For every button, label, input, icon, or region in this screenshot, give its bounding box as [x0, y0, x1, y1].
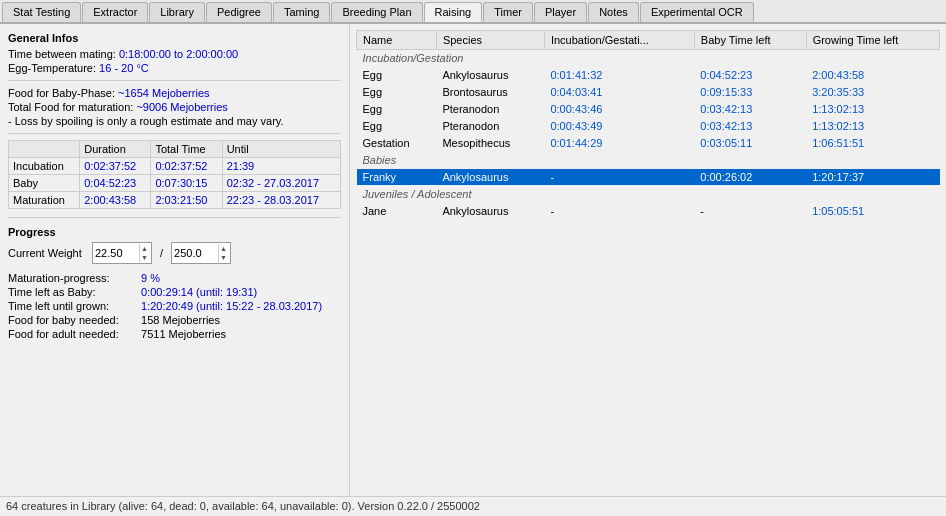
raising-row[interactable]: EggAnkylosaurus0:01:41:320:04:52:232:00:… — [357, 67, 940, 84]
tab-player[interactable]: Player — [534, 2, 587, 22]
raising-row[interactable]: EggPteranodon0:00:43:490:03:42:131:13:02… — [357, 118, 940, 135]
weight-max-input[interactable] — [174, 247, 218, 259]
weight-max-down-arrow[interactable]: ▼ — [219, 253, 228, 262]
tab-bar: Stat TestingExtractorLibraryPedigreeTami… — [0, 0, 946, 24]
progress-section: Progress Current Weight ▲ ▼ / ▲ ▼ — [8, 226, 341, 340]
raising-section-header: Juveniles / Adolescent — [357, 186, 940, 203]
raising-section-header: Babies — [357, 152, 940, 169]
progress-title: Progress — [8, 226, 341, 238]
duration-row: Maturation2:00:43:582:03:21:5022:23 - 28… — [9, 192, 341, 209]
tab-library[interactable]: Library — [149, 2, 205, 22]
weight-max-up-arrow[interactable]: ▲ — [219, 244, 228, 253]
stats-block: Maturation-progress: 9 % Time left as Ba… — [8, 272, 341, 340]
egg-temp: Egg-Temperature: 16 - 20 °C — [8, 62, 341, 74]
tab-breeding-plan[interactable]: Breeding Plan — [331, 2, 422, 22]
duration-row: Incubation0:02:37:520:02:37:5221:39 — [9, 158, 341, 175]
general-infos-title: General Infos — [8, 32, 341, 44]
food-baby-need: Food for baby needed: 158 Mejoberries — [8, 314, 341, 326]
tab-stat-testing[interactable]: Stat Testing — [2, 2, 81, 22]
raising-row[interactable]: FrankyAnkylosaurus-0:00:26:021:20:17:37 — [357, 169, 940, 186]
tab-timer[interactable]: Timer — [483, 2, 533, 22]
left-panel: General Infos Time between mating: 0:18:… — [0, 24, 350, 496]
status-bar: 64 creatures in Library (alive: 64, dead… — [0, 496, 946, 516]
duration-table: DurationTotal TimeUntil Incubation0:02:3… — [8, 140, 341, 209]
raising-row[interactable]: GestationMesopithecus0:01:44:290:03:05:1… — [357, 135, 940, 152]
time-baby: Time left as Baby: 0:00:29:14 (until: 19… — [8, 286, 341, 298]
weight-spinbox[interactable]: ▲ ▼ — [92, 242, 152, 264]
maturation-progress: Maturation-progress: 9 % — [8, 272, 341, 284]
raising-row[interactable]: EggPteranodon0:00:43:460:03:42:131:13:02… — [357, 101, 940, 118]
tab-extractor[interactable]: Extractor — [82, 2, 148, 22]
raising-table: NameSpeciesIncubation/Gestati...Baby Tim… — [356, 30, 940, 220]
raising-section-header: Incubation/Gestation — [357, 50, 940, 67]
tab-taming[interactable]: Taming — [273, 2, 330, 22]
weight-down-arrow[interactable]: ▼ — [140, 253, 149, 262]
time-grown: Time left until grown: 1:20:20:49 (until… — [8, 300, 341, 312]
food-total: Total Food for maturation: ~9006 Mejober… — [8, 101, 341, 113]
raising-row[interactable]: EggBrontosaurus0:04:03:410:09:15:333:20:… — [357, 84, 940, 101]
food-note: - Loss by spoiling is only a rough estim… — [8, 115, 341, 127]
weight-label: Current Weight — [8, 247, 88, 259]
mating-time: Time between mating: 0:18:00:00 to 2:00:… — [8, 48, 341, 60]
tab-experimental-ocr[interactable]: Experimental OCR — [640, 2, 754, 22]
tab-pedigree[interactable]: Pedigree — [206, 2, 272, 22]
weight-input[interactable] — [95, 247, 139, 259]
duration-row: Baby0:04:52:230:07:30:1502:32 - 27.03.20… — [9, 175, 341, 192]
weight-up-arrow[interactable]: ▲ — [140, 244, 149, 253]
right-panel: NameSpeciesIncubation/Gestati...Baby Tim… — [350, 24, 946, 496]
food-baby: Food for Baby-Phase: ~1654 Mejoberries — [8, 87, 341, 99]
tab-raising[interactable]: Raising — [424, 2, 483, 22]
raising-row[interactable]: JaneAnkylosaurus--1:05:05:51 — [357, 203, 940, 220]
tab-notes[interactable]: Notes — [588, 2, 639, 22]
weight-max-spinbox[interactable]: ▲ ▼ — [171, 242, 231, 264]
food-adult-need: Food for adult needed: 7511 Mejoberries — [8, 328, 341, 340]
